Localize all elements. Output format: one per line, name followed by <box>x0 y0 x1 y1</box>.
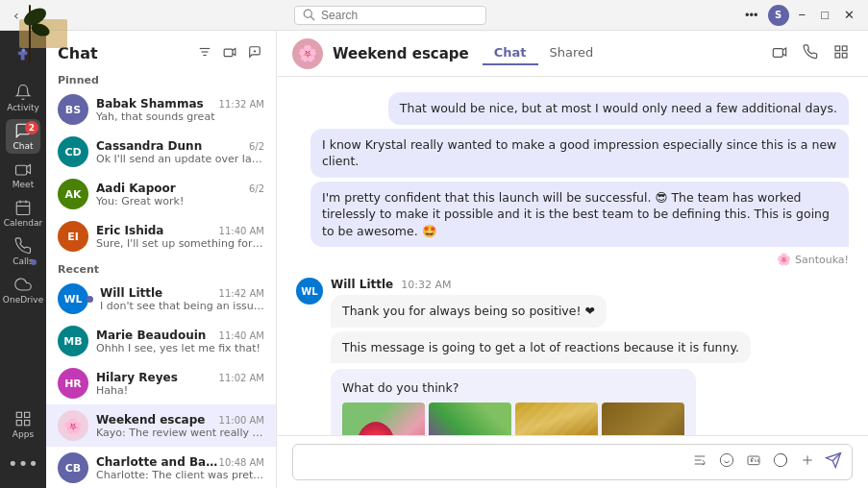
avatar: HR <box>58 368 88 399</box>
chat-item-info: Weekend escape11:00 AM Kayo: The review … <box>96 413 264 439</box>
avatar: EI <box>58 221 88 252</box>
chat-item[interactable]: HR Hilary Reyes11:02 AM Haha! <box>46 362 276 404</box>
sidebar-item-calendar[interactable]: Calendar <box>6 196 40 231</box>
minimize-button[interactable]: − <box>793 6 812 24</box>
new-chat-button[interactable] <box>245 42 264 64</box>
apps-icon <box>14 410 32 427</box>
chat-item-time: 11:32 AM <box>219 99 264 110</box>
chat-item-preview: Sure, I'll set up something for next wee… <box>96 237 264 250</box>
chat-input-box[interactable] <box>292 444 853 480</box>
svg-rect-14 <box>224 49 233 57</box>
card-image-3 <box>515 403 598 435</box>
emoji-button[interactable] <box>717 451 736 474</box>
chat-item-info: Hilary Reyes11:02 AM Haha! <box>96 371 264 397</box>
sidebar-item-chat[interactable]: 2 Chat <box>6 119 40 154</box>
chat-item-time: 11:00 AM <box>219 415 264 426</box>
chat-item-weekend-escape[interactable]: 🌸 Weekend escape11:00 AM Kayo: The revie… <box>46 404 276 447</box>
more-button[interactable]: ••• <box>739 6 764 24</box>
chat-item[interactable]: WL Will Little11:42 AM I don't see that … <box>46 278 276 320</box>
sidebar-item-meet[interactable]: Meet <box>6 158 40 192</box>
user-avatar[interactable]: S <box>768 5 789 26</box>
chat-label: Chat <box>12 141 33 151</box>
avatar: CD <box>58 136 88 167</box>
card-image-1 <box>342 403 425 435</box>
svg-rect-10 <box>16 421 21 426</box>
chat-item-info: Will Little11:42 AM I don't see that bei… <box>100 286 264 312</box>
attach-button[interactable] <box>798 451 817 474</box>
unread-indicator <box>87 296 93 303</box>
chat-item-name: Aadi Kapoor <box>96 182 176 195</box>
window-controls: ••• S − □ ✕ <box>739 5 860 26</box>
chat-input-area <box>277 435 868 488</box>
chat-item[interactable]: EI Eric Ishida11:40 AM Sure, I'll set up… <box>46 215 276 257</box>
tab-shared[interactable]: Shared <box>538 41 606 65</box>
card-images <box>342 403 684 435</box>
video-call-button[interactable] <box>220 42 239 64</box>
chat-item-info: Aadi Kapoor6/2 You: Great work! <box>96 182 264 207</box>
more-options-button[interactable] <box>830 40 853 66</box>
chat-panel-actions <box>195 42 264 64</box>
message-bubble: This message is going to get a lot of re… <box>331 331 751 364</box>
chat-item[interactable]: CB Charlotte and Babak10:48 AM Charlotte… <box>46 447 276 488</box>
chat-item-preview: Ok I'll send an update over later <box>96 153 264 165</box>
close-button[interactable]: ✕ <box>838 6 860 24</box>
maximize-button[interactable]: □ <box>815 6 834 24</box>
search-area <box>41 6 739 25</box>
activity-label: Activity <box>7 103 39 112</box>
video-call-button[interactable] <box>768 40 791 66</box>
svg-rect-20 <box>842 53 847 58</box>
calls-icon <box>14 237 32 255</box>
message-input[interactable] <box>303 455 682 470</box>
sidebar-item-apps[interactable]: Apps <box>6 407 40 442</box>
gif-button[interactable] <box>744 451 763 474</box>
chat-item-preview: Ohhh I see, yes let me fix that! <box>96 342 264 354</box>
calendar-icon <box>14 199 32 216</box>
chat-item-time: 11:42 AM <box>219 288 264 299</box>
meet-label: Meet <box>12 180 34 189</box>
chat-header: 🌸 Weekend escape Chat Shared <box>277 31 868 77</box>
chat-item[interactable]: BS Babak Shammas11:32 AM Yah, that sound… <box>46 88 276 131</box>
sender-label: 🌸 Santouka! <box>777 253 849 266</box>
chat-item-time: 11:40 AM <box>219 330 264 341</box>
chat-item[interactable]: CD Cassandra Dunn6/2 Ok I'll send an upd… <box>46 131 276 173</box>
audio-call-button[interactable] <box>799 40 822 66</box>
chat-item-time: 11:02 AM <box>219 373 264 383</box>
svg-point-25 <box>720 453 732 466</box>
card-image-2 <box>429 403 511 435</box>
search-icon <box>303 9 315 21</box>
chat-item-name: Hilary Reyes <box>96 371 178 384</box>
sidebar-item-calls[interactable]: Calls <box>6 234 40 269</box>
chat-item-name: Eric Ishida <box>96 224 163 237</box>
sticker-button[interactable] <box>771 451 790 474</box>
sidebar-item-activity[interactable]: Activity <box>6 81 40 115</box>
message-bubble: Thank you for always being so positive! … <box>331 295 607 328</box>
group-name: Weekend escape <box>333 45 469 62</box>
avatar: WL <box>58 283 88 314</box>
search-box[interactable] <box>294 6 486 25</box>
avatar: CB <box>58 452 88 483</box>
calls-dot <box>31 259 37 265</box>
group-avatar: 🌸 <box>292 38 323 69</box>
chat-item-preview: You: Great work! <box>96 195 264 207</box>
messages-area: That would be nice, but at most I would … <box>277 77 868 435</box>
chat-item-info: Eric Ishida11:40 AM Sure, I'll set up so… <box>96 224 264 250</box>
chat-item-info: Charlotte and Babak10:48 AM Charlotte: T… <box>96 455 264 481</box>
titlebar: ‹ › ••• S − □ ✕ <box>0 0 868 31</box>
tab-chat[interactable]: Chat <box>483 41 538 65</box>
search-input[interactable] <box>321 9 456 22</box>
more-button[interactable]: ••• <box>6 446 40 480</box>
chat-item[interactable]: AK Aadi Kapoor6/2 You: Great work! <box>46 173 276 215</box>
chat-item-info: Marie Beaudouin11:40 AM Ohhh I see, yes … <box>96 329 264 354</box>
sender-time: 10:32 AM <box>401 279 451 291</box>
chat-item[interactable]: MB Marie Beaudouin11:40 AM Ohhh I see, y… <box>46 320 276 362</box>
chat-panel: Chat Pinned BS Babak Shammas11:32 AM Yah… <box>46 31 277 488</box>
chat-item-preview: Haha! <box>96 384 264 397</box>
filter-button[interactable] <box>195 42 214 64</box>
send-button[interactable] <box>825 451 842 474</box>
chat-item-name: Babak Shammas <box>96 97 204 110</box>
avatar: 🌸 <box>58 410 88 441</box>
svg-line-1 <box>311 17 314 20</box>
svg-rect-2 <box>16 165 27 175</box>
format-button[interactable] <box>690 451 709 474</box>
sidebar-item-onedrive[interactable]: OneDrive <box>6 273 40 307</box>
